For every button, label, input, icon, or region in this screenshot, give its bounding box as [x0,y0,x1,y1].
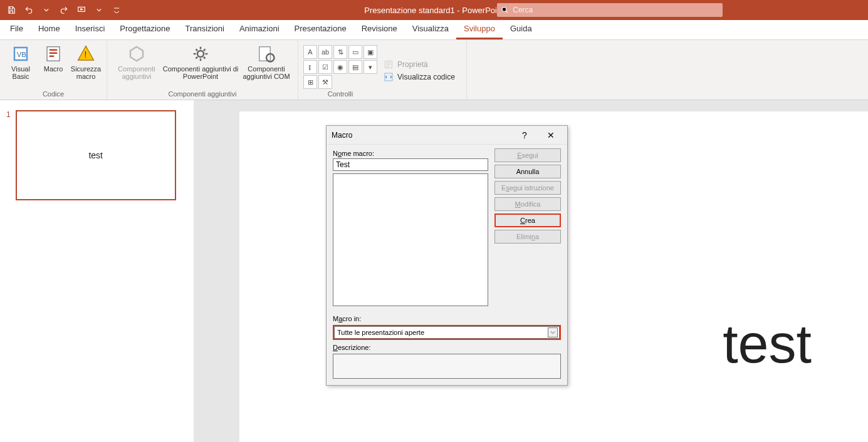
thumbnail-text: test [88,150,103,160]
checkbox-control-icon[interactable]: ☑ [318,60,332,74]
dialog-titlebar[interactable]: Macro ? ✕ [327,126,567,145]
componenti-com-label: Componenti aggiuntivi COM [240,65,293,80]
macro-in-label: Macro in: [333,315,561,322]
listbox-control-icon[interactable]: ▤ [348,60,362,74]
macro-list[interactable] [333,173,488,306]
redo-icon[interactable] [58,4,70,16]
tab-sviluppo[interactable]: Sviluppo [456,20,503,39]
visualizza-codice-label: Visualizza codice [397,73,455,81]
esegui-istruzione-button[interactable]: Esegui istruzione [494,181,561,195]
command-control-icon[interactable]: ▭ [348,45,362,59]
macro-in-value: Tutte le presentazioni aperte [337,329,424,336]
componenti-pp-label: Componenti aggiuntivi di PowerPoint [162,65,239,80]
componenti-aggiuntivi-button[interactable]: Componenti aggiuntivi [112,43,161,89]
descrizione-box[interactable] [333,354,561,379]
macro-icon [43,44,63,64]
window-title: Presentazione standard1 - PowerPoint [364,6,504,15]
tab-home[interactable]: Home [31,20,68,39]
thumbnail-number: 1 [6,110,11,119]
vb-label: Visual Basic [5,65,36,80]
annulla-button[interactable]: Annulla [494,165,561,178]
undo-icon[interactable] [23,4,35,16]
thumbnail-wrap[interactable]: 1 test [6,110,187,200]
textbox-control-icon[interactable]: ab [318,45,332,59]
proprieta-button[interactable]: Proprietà [384,59,455,69]
save-icon[interactable] [5,4,18,16]
macro-button[interactable]: Macro [38,43,69,89]
svg-marker-7 [130,47,143,61]
modifica-button[interactable]: Modifica [494,197,561,211]
group-codice: VB Visual Basic Macro ! Sicurezza macro … [0,40,107,100]
macro-label: Macro [44,65,63,73]
combobox-control-icon[interactable]: ▾ [363,60,377,74]
componenti-agg-label: Componenti aggiuntivi [112,65,161,80]
macro-in-combobox[interactable]: Tutte le presentazioni aperte [334,326,560,339]
ribbon: VB Visual Basic Macro ! Sicurezza macro … [0,40,868,100]
dialog-help-button[interactable]: ? [513,127,536,143]
slideshow-icon[interactable] [75,4,88,16]
sicurezza-macro-button[interactable]: ! Sicurezza macro [70,43,102,89]
search-input[interactable] [513,6,719,14]
slide-text: test [723,312,812,376]
chevron-down-icon[interactable] [548,327,558,337]
visualizza-codice-button[interactable]: Visualizza codice [384,72,455,82]
dialog-title: Macro [332,131,352,140]
option-control-icon[interactable]: ◉ [333,60,347,74]
tab-visualizza[interactable]: Visualizza [405,20,456,39]
macro-in-combo-highlight: Tutte le presentazioni aperte [333,325,561,340]
tab-file[interactable]: File [3,20,31,39]
title-bar: Presentazione standard1 - PowerPoint [0,0,868,20]
controls-gallery: A ab ⇅ ▭ ▣ ⫿ ☑ ◉ ▤ ▾ ⊞ ⚒ [303,43,377,89]
tab-transizioni[interactable]: Transizioni [178,20,232,39]
componenti-powerpoint-button[interactable]: Componenti aggiuntivi di PowerPoint [162,43,239,89]
dialog-close-button[interactable]: ✕ [540,127,562,143]
proprieta-label: Proprietà [397,60,428,69]
componenti-com-button[interactable]: Componenti aggiuntivi COM [240,43,293,89]
svg-point-1 [502,8,506,12]
group-componenti: Componenti aggiuntivi Componenti aggiunt… [107,40,298,100]
svg-point-8 [197,51,204,57]
svg-text:!: ! [85,50,87,59]
scrollbar-control-icon[interactable]: ⫿ [303,60,317,74]
tab-guida[interactable]: Guida [503,20,540,39]
properties-icon [384,59,394,69]
search-box[interactable] [497,3,723,17]
macro-dialog: Macro ? ✕ Nome macro: Esegui Annulla Ese… [326,125,568,386]
nome-macro-input[interactable] [333,158,488,171]
gear-list-icon [256,44,276,64]
spin-control-icon[interactable]: ⇅ [333,45,347,59]
nome-macro-label: Nome macro: [333,150,488,157]
label-control-icon[interactable]: A [303,45,317,59]
tab-progettazione[interactable]: Progettazione [112,20,177,39]
group-controlli: A ab ⇅ ▭ ▣ ⫿ ☑ ◉ ▤ ▾ ⊞ ⚒ Controlli Propr… [298,40,467,100]
slide-thumbnails-panel: 1 test [0,100,194,442]
tab-inserisci[interactable]: Inserisci [68,20,113,39]
svg-text:VB: VB [17,51,26,58]
gear-icon [191,44,211,64]
warning-icon: ! [76,44,96,64]
chevron-down-icon[interactable] [93,4,105,16]
qat-more-icon[interactable] [110,4,123,16]
quick-access-toolbar [0,4,123,16]
group-controlli-label: Controlli [328,89,353,99]
esegui-button[interactable]: Esegui [494,148,561,162]
vb-icon: VB [11,44,31,64]
toggle-control-icon[interactable]: ⊞ [303,75,317,89]
tab-animazioni[interactable]: Animazioni [232,20,287,39]
controlli-side: Proprietà Visualizza codice [377,43,461,98]
elimina-button[interactable]: Elimina [494,230,561,244]
chevron-down-icon[interactable] [40,4,53,16]
search-icon [501,6,509,14]
visual-basic-button[interactable]: VB Visual Basic [5,43,36,89]
crea-button[interactable]: Crea [494,213,561,227]
tab-presentazione[interactable]: Presentazione [287,20,354,39]
slide-thumbnail[interactable]: test [16,110,176,200]
image-control-icon[interactable]: ▣ [363,45,377,59]
addin-icon [127,44,147,64]
tab-revisione[interactable]: Revisione [354,20,405,39]
ribbon-tabs: File Home Inserisci Progettazione Transi… [0,20,868,40]
sicurezza-label: Sicurezza macro [70,65,102,80]
code-icon [384,72,394,82]
group-componenti-label: Componenti aggiuntivi [169,89,237,99]
more-controls-icon[interactable]: ⚒ [318,75,332,89]
